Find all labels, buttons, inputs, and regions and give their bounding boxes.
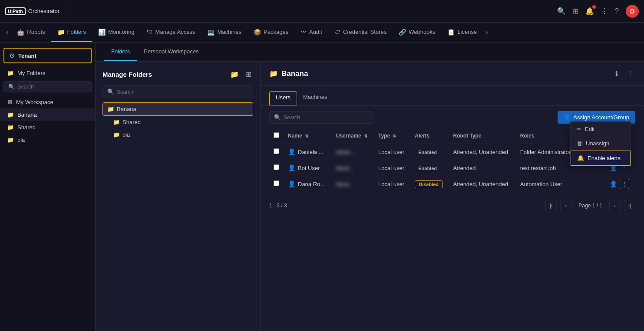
sidebar-item-my-folders: 📁 My Folders	[0, 67, 95, 79]
grid-icon[interactable]: ⊞	[573, 7, 578, 15]
nav-item-monitoring[interactable]: 📊 Monitoring	[92, 23, 141, 42]
row3-name: 👤 Dana Ro...	[284, 176, 332, 192]
packages-icon: 📦	[254, 29, 261, 36]
nav-item-manage-access[interactable]: 🛡 Manage Access	[141, 23, 201, 42]
info-button[interactable]: ℹ	[614, 68, 620, 79]
row3-more-icon[interactable]: ⋮	[620, 179, 629, 189]
nav-label-robots: Robots	[27, 29, 45, 35]
right-panel-actions: ℹ ⋮	[614, 68, 635, 79]
inner-tab-machines[interactable]: Machines	[297, 91, 334, 105]
first-page-button[interactable]: |‹	[545, 200, 557, 211]
row3-name-text: Dana Ro...	[298, 181, 325, 187]
nav-item-packages[interactable]: 📦 Packages	[248, 23, 294, 42]
nav-prev-arrow[interactable]: ‹	[3, 29, 11, 36]
bla-tree-icon: 📁	[113, 131, 120, 138]
my-workspace-icon: 🖥	[7, 99, 13, 105]
folder-settings-button[interactable]: ⊞	[244, 69, 253, 80]
nav-item-license[interactable]: 📋 License	[441, 23, 483, 42]
edit-label: Edit	[585, 126, 594, 132]
shared-folder-icon: 📁	[7, 124, 14, 131]
nav-label-manage-access: Manage Access	[155, 29, 195, 35]
row3-user-action-icon[interactable]: 👤	[608, 179, 618, 189]
left-panel: Manage Folders 📁 ⊞ 🔍 📁 Banana 📁	[96, 62, 261, 331]
row2-name: 👤 Bot User	[284, 160, 332, 176]
help-icon[interactable]: ?	[615, 7, 619, 15]
nav-item-audit[interactable]: 〰 Audit	[294, 23, 328, 42]
context-menu-enable-alerts[interactable]: 🔔 Enable alerts	[571, 151, 631, 166]
context-menu-edit[interactable]: ✏ Edit	[571, 122, 631, 136]
add-folder-button[interactable]: 📁	[228, 69, 241, 80]
pagination-range: 1 - 3 / 3	[269, 203, 287, 209]
avatar[interactable]: D	[626, 5, 639, 18]
row1-alerts: Enabled	[410, 144, 449, 160]
row2-username: diwol...	[332, 160, 374, 176]
row2-username-text: diwol...	[336, 165, 353, 171]
context-menu-unassign[interactable]: 🗑 Unassign	[571, 136, 631, 151]
table-area: 🔍 👤 Assign Account/Group	[261, 106, 644, 331]
panel-search-input[interactable]	[117, 89, 248, 95]
nav-item-robots[interactable]: 🤖 Robots	[11, 23, 51, 42]
sidebar-item-shared[interactable]: 📁 Shared	[0, 121, 95, 134]
header-robot-type: Robot Type	[449, 128, 516, 144]
tree-item-label-bla: bla	[122, 131, 130, 138]
table-search-input[interactable]	[284, 115, 369, 121]
row1-name: 👤 Daniela ...	[284, 144, 332, 160]
webhooks-icon: 🔗	[399, 29, 406, 36]
sidebar-search-icon: 🔍	[8, 84, 15, 90]
table-search-icon: 🔍	[274, 114, 281, 121]
notifications-icon[interactable]: 🔔	[585, 7, 594, 15]
next-page-button[interactable]: ›	[609, 200, 621, 211]
row1-type: Local user	[374, 144, 410, 160]
inner-tab-users[interactable]: Users	[269, 91, 297, 105]
select-all-checkbox[interactable]	[274, 132, 279, 138]
credential-stores-icon: 🛡	[334, 29, 340, 36]
last-page-button[interactable]: ›|	[624, 200, 635, 211]
tab-folders[interactable]: Folders	[104, 43, 137, 61]
main-layout: ⊙ Tenant 📁 My Folders 🔍 🖥 My Workspace 📁…	[0, 43, 644, 331]
sidebar-item-my-workspace[interactable]: 🖥 My Workspace	[0, 96, 95, 108]
tree-item-shared[interactable]: 📁 Shared	[102, 116, 253, 128]
name-sort-icon: ⇅	[305, 134, 308, 138]
banana-folder-icon: 📁	[7, 111, 14, 118]
search-icon[interactable]: 🔍	[557, 7, 566, 15]
type-sort-icon: ⇅	[393, 134, 396, 138]
sidebar-item-bla[interactable]: 📁 bla	[0, 134, 95, 146]
row2-robot-type: Attended	[449, 160, 516, 176]
tenant-selector[interactable]: ⊙ Tenant	[3, 48, 92, 63]
nav-next-arrow[interactable]: ›	[483, 29, 490, 36]
prev-page-button[interactable]: ‹	[560, 200, 571, 211]
row3-checkbox	[269, 176, 284, 192]
tree-item-banana[interactable]: 📁 Banana	[102, 102, 253, 116]
row2-select-checkbox[interactable]	[274, 164, 279, 170]
sidebar-search-container: 🔍	[3, 81, 92, 92]
machines-icon: 💻	[207, 29, 215, 36]
nav-item-machines[interactable]: 💻 Machines	[201, 23, 248, 42]
tree-item-bla[interactable]: 📁 bla	[102, 128, 253, 141]
more-options-icon[interactable]: ⋮	[601, 7, 608, 15]
pagination: 1 - 3 / 3 |‹ ‹ Page 1 / 1 › ›|	[269, 197, 635, 215]
shared-tree-icon: 📁	[113, 119, 120, 125]
folders-icon: 📁	[57, 29, 65, 36]
nav-item-credential-stores[interactable]: 🛡 Credential Stores	[328, 23, 393, 42]
header-name[interactable]: Name ⇅	[284, 128, 332, 144]
more-options-button[interactable]: ⋮	[625, 68, 635, 79]
split-layout: Manage Folders 📁 ⊞ 🔍 📁 Banana 📁	[96, 62, 644, 331]
panel-search-container: 🔍	[102, 85, 253, 98]
sidebar-search-input[interactable]	[17, 84, 87, 90]
header-username[interactable]: Username ⇅	[332, 128, 374, 144]
sidebar-item-banana[interactable]: 📁 Banana	[0, 108, 95, 121]
nav-label-packages: Packages	[264, 29, 288, 35]
notification-badge	[592, 5, 596, 9]
nav-item-webhooks[interactable]: 🔗 Webhooks	[393, 23, 441, 42]
tab-personal-workspaces[interactable]: Personal Workspaces	[137, 43, 205, 61]
nav-label-audit: Audit	[309, 29, 322, 35]
my-folders-label: My Folders	[17, 70, 45, 76]
right-panel-folder-icon: 📁	[269, 69, 278, 78]
nav-item-folders[interactable]: 📁 Folders	[51, 23, 92, 42]
row3-select-checkbox[interactable]	[274, 180, 279, 186]
right-panel-title-text: Banana	[281, 69, 308, 78]
panel-header: Manage Folders 📁 ⊞	[102, 69, 253, 80]
row1-select-checkbox[interactable]	[274, 148, 279, 154]
sidebar-item-label-bla: bla	[17, 137, 25, 143]
header-type[interactable]: Type ⇅	[374, 128, 410, 144]
